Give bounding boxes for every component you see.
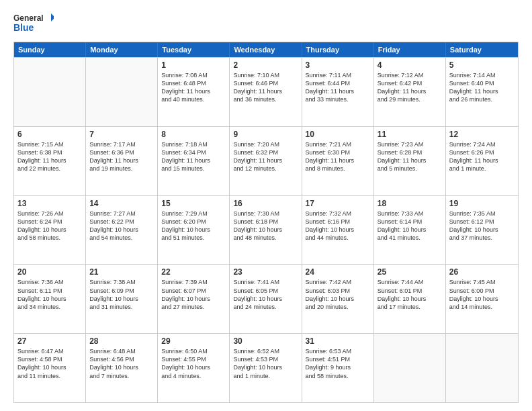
- header-day-saturday: Saturday: [446, 42, 518, 57]
- cal-cell: 27Sunrise: 6:47 AMSunset: 4:58 PMDayligh…: [14, 334, 86, 402]
- cal-cell: 21Sunrise: 7:38 AMSunset: 6:09 PMDayligh…: [86, 265, 158, 333]
- cell-line: and 7 minutes.: [89, 372, 154, 380]
- cell-line: Daylight: 10 hours: [378, 295, 442, 303]
- day-number: 18: [378, 199, 442, 208]
- svg-text:Blue: Blue: [13, 22, 34, 33]
- header-day-thursday: Thursday: [302, 42, 374, 57]
- cal-cell: 30Sunrise: 6:52 AMSunset: 4:53 PMDayligh…: [230, 334, 302, 402]
- cell-line: Sunset: 6:32 PM: [233, 148, 298, 156]
- cell-line: and 31 minutes.: [89, 303, 154, 311]
- cell-line: Sunset: 4:58 PM: [17, 355, 82, 363]
- cell-line: Sunset: 6:36 PM: [89, 148, 154, 156]
- day-number: 9: [233, 130, 298, 139]
- cal-cell: 18Sunrise: 7:33 AMSunset: 6:14 PMDayligh…: [374, 196, 446, 265]
- cell-line: and 19 minutes.: [89, 165, 154, 173]
- cal-cell: 1Sunrise: 7:08 AMSunset: 6:48 PMDaylight…: [158, 58, 230, 126]
- cell-line: Daylight: 10 hours: [89, 363, 154, 371]
- cell-line: Sunset: 6:38 PM: [17, 148, 82, 156]
- cell-line: Sunset: 6:28 PM: [378, 148, 442, 156]
- cell-line: Sunrise: 7:08 AM: [161, 71, 226, 79]
- cell-line: Daylight: 11 hours: [89, 156, 154, 165]
- cell-line: and 54 minutes.: [89, 234, 154, 242]
- cell-line: Sunrise: 7:39 AM: [161, 278, 226, 286]
- cell-line: Sunrise: 7:12 AM: [378, 71, 442, 79]
- cell-line: Sunset: 4:53 PM: [233, 355, 298, 363]
- cell-line: Sunrise: 7:11 AM: [306, 71, 370, 79]
- day-number: 14: [89, 199, 154, 208]
- cell-line: and 51 minutes.: [161, 234, 226, 242]
- logo: General Blue: [13, 11, 54, 35]
- cell-line: Sunset: 6:07 PM: [161, 287, 226, 295]
- header-day-friday: Friday: [374, 42, 446, 57]
- cell-line: Sunset: 6:18 PM: [233, 218, 298, 226]
- cell-line: and 8 minutes.: [306, 165, 370, 173]
- cell-line: Sunset: 6:03 PM: [306, 287, 370, 295]
- cell-line: and 41 minutes.: [378, 234, 442, 242]
- cell-line: Daylight: 10 hours: [161, 226, 226, 234]
- cal-cell: 15Sunrise: 7:29 AMSunset: 6:20 PMDayligh…: [158, 196, 230, 265]
- cell-line: Sunrise: 7:29 AM: [161, 210, 226, 218]
- day-number: 23: [233, 267, 298, 277]
- cell-line: Daylight: 11 hours: [233, 87, 298, 95]
- cell-line: Sunrise: 6:47 AM: [17, 347, 82, 355]
- day-number: 19: [449, 199, 515, 208]
- header-day-tuesday: Tuesday: [158, 42, 230, 57]
- cell-line: Sunset: 6:11 PM: [17, 287, 82, 295]
- cal-cell: [14, 58, 86, 126]
- cell-line: Daylight: 11 hours: [378, 156, 442, 165]
- cell-line: Sunrise: 7:36 AM: [17, 278, 82, 286]
- day-number: 27: [17, 336, 82, 346]
- cell-line: and 26 minutes.: [449, 95, 515, 103]
- svg-text:General: General: [13, 13, 44, 23]
- cell-line: Daylight: 10 hours: [161, 295, 226, 303]
- cal-cell: 26Sunrise: 7:45 AMSunset: 6:00 PMDayligh…: [446, 265, 518, 333]
- cal-cell: 9Sunrise: 7:20 AMSunset: 6:32 PMDaylight…: [230, 127, 302, 195]
- calendar-body: 1Sunrise: 7:08 AMSunset: 6:48 PMDaylight…: [14, 57, 518, 402]
- cal-cell: 24Sunrise: 7:42 AMSunset: 6:03 PMDayligh…: [302, 265, 374, 333]
- cal-cell: 22Sunrise: 7:39 AMSunset: 6:07 PMDayligh…: [158, 265, 230, 333]
- cell-line: Sunrise: 7:38 AM: [89, 278, 154, 286]
- day-number: 20: [17, 267, 82, 277]
- cal-cell: 19Sunrise: 7:35 AMSunset: 6:12 PMDayligh…: [446, 196, 518, 265]
- day-number: 28: [89, 336, 154, 346]
- cell-line: Sunset: 6:24 PM: [17, 218, 82, 226]
- cal-cell: 4Sunrise: 7:12 AMSunset: 6:42 PMDaylight…: [374, 58, 446, 126]
- cell-line: and 48 minutes.: [233, 234, 298, 242]
- cal-cell: 14Sunrise: 7:27 AMSunset: 6:22 PMDayligh…: [86, 196, 158, 265]
- header-day-sunday: Sunday: [14, 42, 86, 57]
- cell-line: and 58 minutes.: [306, 372, 370, 380]
- cal-cell: 12Sunrise: 7:24 AMSunset: 6:26 PMDayligh…: [446, 127, 518, 195]
- cal-cell: 13Sunrise: 7:26 AMSunset: 6:24 PMDayligh…: [14, 196, 86, 265]
- week-3: 13Sunrise: 7:26 AMSunset: 6:24 PMDayligh…: [14, 195, 518, 265]
- cell-line: Daylight: 10 hours: [233, 226, 298, 234]
- cell-line: and 11 minutes.: [17, 372, 82, 380]
- cell-line: and 22 minutes.: [17, 165, 82, 173]
- cal-cell: 20Sunrise: 7:36 AMSunset: 6:11 PMDayligh…: [14, 265, 86, 333]
- day-number: 8: [161, 130, 226, 139]
- cell-line: Sunrise: 7:10 AM: [233, 71, 298, 79]
- cell-line: Daylight: 10 hours: [378, 226, 442, 234]
- cal-cell: [86, 58, 158, 126]
- cell-line: Sunrise: 7:32 AM: [306, 210, 370, 218]
- cell-line: and 34 minutes.: [17, 303, 82, 311]
- cal-cell: 10Sunrise: 7:21 AMSunset: 6:30 PMDayligh…: [302, 127, 374, 195]
- day-number: 21: [89, 267, 154, 277]
- cell-line: Daylight: 10 hours: [449, 295, 515, 303]
- cell-line: Daylight: 9 hours: [306, 363, 370, 371]
- cell-line: and 4 minutes.: [161, 372, 226, 380]
- cell-line: Sunrise: 7:23 AM: [378, 140, 442, 148]
- day-number: 10: [306, 130, 370, 139]
- cell-line: and 58 minutes.: [17, 234, 82, 242]
- cal-cell: 25Sunrise: 7:44 AMSunset: 6:01 PMDayligh…: [374, 265, 446, 333]
- day-number: 17: [306, 199, 370, 208]
- day-number: 5: [449, 60, 515, 70]
- cell-line: Sunrise: 7:24 AM: [449, 140, 515, 148]
- cell-line: and 20 minutes.: [306, 303, 370, 311]
- cell-line: Daylight: 10 hours: [17, 226, 82, 234]
- cal-cell: 17Sunrise: 7:32 AMSunset: 6:16 PMDayligh…: [302, 196, 374, 265]
- cell-line: Sunrise: 7:18 AM: [161, 140, 226, 148]
- cell-line: Sunrise: 7:20 AM: [233, 140, 298, 148]
- cell-line: Sunrise: 7:17 AM: [89, 140, 154, 148]
- cell-line: Sunset: 6:22 PM: [89, 218, 154, 226]
- cell-line: Daylight: 11 hours: [306, 87, 370, 95]
